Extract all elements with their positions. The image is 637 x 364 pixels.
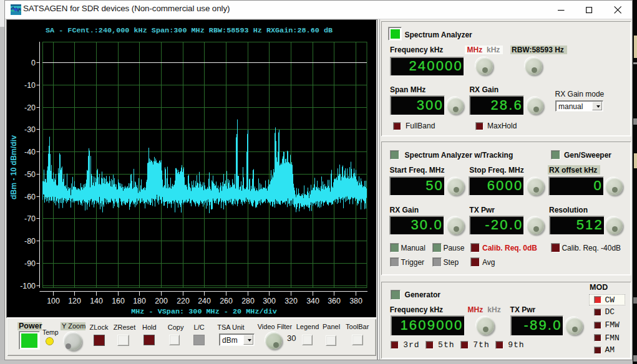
svg-text:360: 360 [328, 297, 341, 305]
svg-text:MHz - VSpan: 300 MHz - 20 MHz/: MHz - VSpan: 300 MHz - 20 MHz/div [131, 307, 277, 316]
svg-text:280: 280 [241, 297, 255, 305]
svg-text:320: 320 [284, 297, 298, 305]
svg-text:260: 260 [220, 297, 233, 305]
svg-text:-20: -20 [24, 103, 36, 112]
svg-text:-70: -70 [24, 214, 36, 223]
svg-text:200: 200 [155, 297, 168, 305]
svg-text:-90: -90 [24, 259, 36, 268]
svg-text:-40: -40 [24, 148, 36, 156]
svg-text:120: 120 [68, 297, 81, 305]
svg-text:-50: -50 [24, 170, 36, 179]
svg-text:dBm - 10 dBm/div: dBm - 10 dBm/div [9, 135, 18, 199]
svg-text:-10: -10 [24, 81, 36, 90]
svg-text:0: 0 [31, 59, 36, 67]
svg-text:180: 180 [133, 297, 146, 305]
svg-text:160: 160 [112, 297, 125, 305]
svg-text:SA - FCent.:240,000 kHz Span:3: SA - FCent.:240,000 kHz Span:300 MHz RBW… [46, 26, 333, 35]
svg-text:140: 140 [90, 297, 103, 305]
svg-text:340: 340 [306, 297, 319, 305]
svg-text:380: 380 [349, 297, 362, 305]
svg-text:220: 220 [177, 297, 190, 305]
svg-text:240: 240 [198, 297, 211, 305]
svg-text:300: 300 [263, 297, 276, 305]
svg-text:-80: -80 [24, 237, 36, 246]
svg-text:-60: -60 [24, 193, 36, 201]
svg-text:100: 100 [47, 297, 60, 305]
svg-text:-30: -30 [24, 125, 36, 134]
svg-text:-100: -100 [20, 282, 36, 290]
